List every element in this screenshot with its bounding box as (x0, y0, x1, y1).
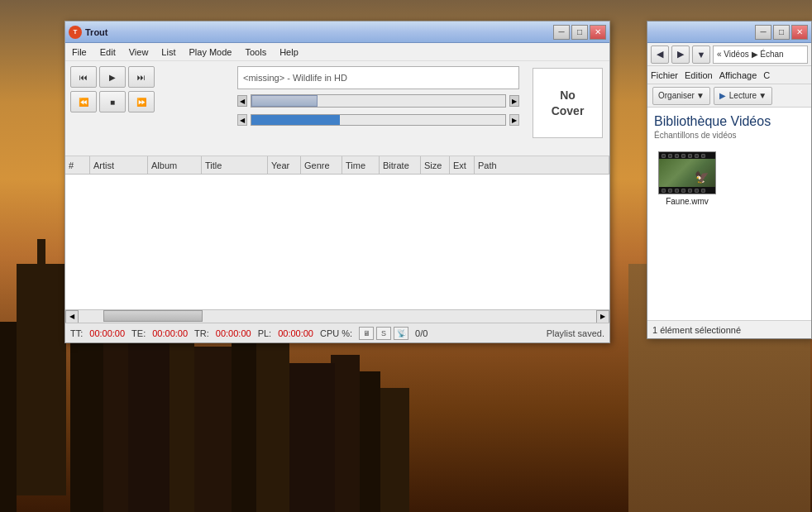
trout-app-icon: T (69, 26, 82, 39)
col-header-year[interactable]: Year (268, 156, 301, 174)
prev-button[interactable]: ⏮ (70, 66, 97, 88)
hscroll-thumb[interactable] (103, 310, 203, 322)
trout-title-buttons: ─ □ ✕ (553, 25, 606, 40)
film-hole (681, 189, 685, 193)
status-icons-group: 🖥 S 📡 (359, 327, 408, 340)
pl-label: PL: (258, 328, 272, 338)
film-hole (688, 154, 692, 158)
play-button[interactable]: ▶ (99, 66, 126, 88)
col-header-artist[interactable]: Artist (90, 156, 148, 174)
explorer-title-buttons: ─ □ ✕ (755, 25, 808, 40)
film-strip-bottom (659, 187, 715, 194)
trout-maximize-button[interactable]: □ (571, 25, 588, 40)
file-thumbnail-faune: 🦅 (658, 151, 716, 194)
col-header-genre[interactable]: Genre (301, 156, 342, 174)
explorer-back-button[interactable]: ◀ (651, 45, 669, 64)
menu-play-mode[interactable]: Play Mode (182, 45, 238, 59)
explorer-menu-edition[interactable]: Edition (685, 70, 713, 80)
col-header-title[interactable]: Title (202, 156, 268, 174)
menu-tools[interactable]: Tools (238, 45, 273, 59)
trout-menu-bar: File Edit View List Play Mode Tools Help (65, 43, 609, 61)
player-area: ⏮ ▶ ⏭ ⏪ ■ ⏩ <missing> - Wildlife in HD ◀… (65, 61, 609, 156)
explorer-close-button[interactable]: ✕ (791, 25, 808, 40)
explorer-lecture-button[interactable]: ▶ Lecture ▼ (714, 87, 772, 105)
next-button[interactable]: ⏭ (128, 66, 155, 88)
volume-fill (251, 115, 340, 125)
track-info-panel: <missing> - Wildlife in HD ◀ ▶ ◀ ▶ (231, 61, 526, 156)
tr-label: TR: (194, 328, 209, 338)
menu-file[interactable]: File (65, 45, 93, 59)
cover-art: No Cover (533, 68, 603, 138)
seek-bar[interactable] (251, 94, 506, 108)
playlist-body[interactable] (65, 175, 609, 309)
explorer-breadcrumb[interactable]: « Vidéos ▶ Échan (713, 45, 808, 64)
playlist-header: # Artist Album Title Year Genre Time Bit… (65, 156, 609, 175)
film-hole (681, 154, 685, 158)
film-hole (695, 154, 699, 158)
explorer-menu-c[interactable]: C (763, 70, 770, 80)
film-hole (662, 154, 666, 158)
explorer-menu-fichier[interactable]: Fichier (651, 70, 678, 80)
explorer-content: Bibliothèque Vidéos Échantillons de vidé… (647, 108, 811, 320)
film-hole (701, 154, 705, 158)
col-header-time[interactable]: Time (342, 156, 380, 174)
playlist-rows (65, 175, 609, 309)
film-hole (662, 189, 666, 193)
seek-left-arrow[interactable]: ◀ (237, 95, 247, 107)
track-display: <missing> - Wildlife in HD (237, 66, 519, 89)
menu-view[interactable]: View (122, 45, 155, 59)
col-header-num[interactable]: # (65, 156, 90, 174)
col-header-size[interactable]: Size (421, 156, 450, 174)
no-cover-line1: No (552, 88, 585, 103)
pl-value: 00:00:00 (278, 328, 313, 338)
vol-right-arrow[interactable]: ▶ (509, 114, 519, 126)
transport-controls-row2: ⏪ ■ ⏩ (70, 91, 226, 112)
film-hole (701, 189, 705, 193)
monitor-icon[interactable]: 🖥 (359, 327, 374, 340)
volume-bar[interactable] (251, 114, 506, 126)
film-hole (668, 154, 672, 158)
vol-left-arrow[interactable]: ◀ (237, 114, 247, 126)
rewind-button[interactable]: ⏪ (70, 91, 97, 112)
playlist-hscrollbar: ◀ ▶ (65, 309, 609, 323)
explorer-minimize-button[interactable]: ─ (755, 25, 771, 40)
file-item-faune[interactable]: 🦅 Faune.wmv (654, 148, 720, 209)
status-message: Playlist saved. (434, 328, 604, 338)
network-icon[interactable]: 📡 (394, 327, 408, 340)
eq-icon[interactable]: S (376, 327, 391, 340)
explorer-nav-dropdown[interactable]: ▼ (692, 45, 710, 64)
seek-right-arrow[interactable]: ▶ (509, 95, 519, 107)
explorer-title-bar: ─ □ ✕ (647, 22, 811, 43)
explorer-maximize-button[interactable]: □ (773, 25, 790, 40)
explorer-status-text: 1 élément sélectionné (652, 325, 741, 335)
te-value: 00:00:00 (152, 328, 188, 338)
explorer-subheading: Échantillons de vidéos (654, 131, 805, 140)
trout-minimize-button[interactable]: ─ (553, 25, 570, 40)
forward-button[interactable]: ⏩ (128, 91, 155, 112)
hscroll-left-button[interactable]: ◀ (65, 310, 79, 323)
stop-button[interactable]: ■ (99, 91, 126, 112)
tt-value: 00:00:00 (89, 328, 125, 338)
explorer-forward-button[interactable]: ▶ (671, 45, 690, 64)
menu-edit[interactable]: Edit (93, 45, 122, 59)
seek-thumb[interactable] (251, 95, 318, 107)
menu-help[interactable]: Help (273, 45, 305, 59)
track-count: 0/0 (415, 328, 427, 338)
film-hole (668, 189, 672, 193)
explorer-window: ─ □ ✕ ◀ ▶ ▼ « Vidéos ▶ Échan Fichier Edi… (647, 21, 812, 339)
col-header-path[interactable]: Path (475, 156, 609, 174)
col-header-album[interactable]: Album (148, 156, 202, 174)
tr-value: 00:00:00 (216, 328, 251, 338)
explorer-organize-button[interactable]: Organiser ▼ (652, 87, 710, 105)
controls-panel: ⏮ ▶ ⏭ ⏪ ■ ⏩ (65, 61, 231, 156)
col-header-bitrate[interactable]: Bitrate (380, 156, 421, 174)
lecture-icon: ▶ (719, 91, 726, 100)
hscroll-right-button[interactable]: ▶ (596, 310, 609, 323)
transport-controls-row1: ⏮ ▶ ⏭ (70, 66, 226, 88)
menu-list[interactable]: List (155, 45, 182, 59)
explorer-menu-affichage[interactable]: Affichage (719, 70, 757, 80)
trout-close-button[interactable]: ✕ (590, 25, 606, 40)
col-header-ext[interactable]: Ext (450, 156, 475, 174)
cpu-label: CPU %: (320, 328, 352, 338)
hscroll-track[interactable] (79, 310, 596, 323)
